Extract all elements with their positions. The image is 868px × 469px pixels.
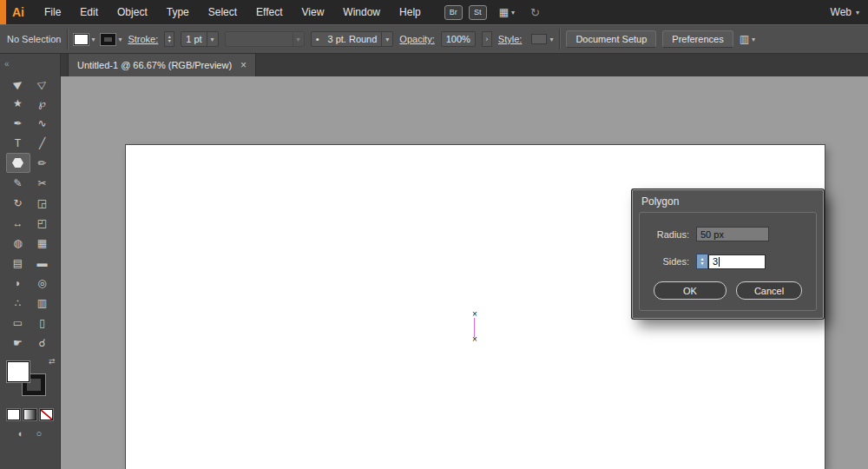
document-setup-button[interactable]: Document Setup [566, 30, 656, 48]
none-mode-button[interactable] [40, 409, 53, 420]
selection-tool[interactable]: ▶ [6, 73, 30, 93]
sides-stepper[interactable]: ▴ ▾ [696, 254, 708, 269]
polygon-dialog: Polygon Radius: Sides: ▴ ▾ 3 OK Cancel [632, 189, 824, 319]
collapse-icon: « [4, 59, 10, 69]
free-transform-tool[interactable]: ◰ [30, 213, 55, 233]
fill-proxy-swatch[interactable] [7, 361, 30, 382]
artboard-tool[interactable]: ▭ [6, 313, 30, 333]
ok-button[interactable]: OK [654, 281, 727, 300]
type-tool[interactable]: T [6, 133, 30, 153]
workspace-switcher[interactable]: Web ▾ [831, 6, 859, 18]
lasso-tool[interactable]: ℘ [30, 93, 55, 113]
hand-tool-icon: ☛ [13, 337, 23, 349]
style-select[interactable]: ▾ [528, 34, 553, 44]
fill-color-picker[interactable]: ▾ [74, 34, 95, 45]
menu-bar: Ai FileEditObjectTypeSelectEffectViewWin… [0, 0, 868, 24]
document-tab[interactable]: Untitled-1 @ 66.67% (RGB/Preview) × [68, 54, 256, 76]
menu-window[interactable]: Window [333, 0, 390, 24]
direct-selection-tool-icon: ▷ [36, 76, 49, 90]
pencil-tool[interactable]: ✎ [6, 173, 30, 193]
direct-selection-tool[interactable]: ▷ [30, 73, 55, 93]
slice-tool[interactable]: ▯ [30, 313, 55, 333]
eyedropper-tool[interactable]: ◗ [6, 273, 30, 293]
chevron-down-icon: ▾ [752, 36, 755, 43]
selection-status: No Selection [7, 34, 61, 44]
zoom-tool[interactable]: ☌ [30, 333, 55, 353]
stroke-weight-value: 1 pt [181, 34, 206, 44]
stroke-panel-link[interactable]: Stroke: [128, 34, 158, 44]
shape-builder-tool[interactable]: ◍ [6, 233, 30, 253]
scissors-tool[interactable]: ✂ [30, 173, 55, 193]
align-options-button[interactable]: ▥ ▾ [740, 33, 755, 45]
paintbrush-tool[interactable]: ✏ [30, 153, 55, 173]
close-icon[interactable]: × [240, 59, 247, 71]
opacity-panel-link[interactable]: Opacity: [399, 34, 434, 44]
stroke-weight-select[interactable]: 1 pt ▾ [181, 31, 218, 47]
stroke-color-picker[interactable]: ▾ [101, 34, 122, 45]
sides-input[interactable]: 3 [708, 254, 766, 269]
blend-tool[interactable]: ◎ [30, 273, 55, 293]
brush-bullet-icon: • [312, 34, 324, 44]
segment-end-anchor: × [470, 335, 480, 344]
menu-type[interactable]: Type [157, 0, 199, 24]
fill-swatch [74, 34, 89, 45]
bottom-tool-row: ◐ ○ [0, 428, 60, 439]
menu-help[interactable]: Help [390, 0, 431, 24]
brush-definition-select[interactable]: • 3 pt. Round ▾ [311, 31, 394, 47]
chevron-down-icon: ▾ [207, 32, 218, 46]
tools-panel-header[interactable]: « [0, 54, 60, 73]
menu-object[interactable]: Object [108, 0, 157, 24]
preferences-button[interactable]: Preferences [662, 30, 733, 48]
pen-tool[interactable]: ✒ [6, 113, 30, 133]
style-panel-link[interactable]: Style: [498, 34, 523, 44]
align-icon: ▥ [740, 33, 749, 45]
rotate-tool[interactable]: ↻ [6, 193, 30, 213]
magic-wand-tool-icon: ★ [13, 97, 23, 109]
opacity-submenu-button[interactable]: › [482, 31, 492, 47]
screen-mode-icon[interactable]: ○ [36, 428, 43, 439]
polygon-tool[interactable] [6, 153, 30, 173]
tools-panel: « ▶▷★℘✒∿T╱✏✎✂↻◲↔◰◍▦▤▬◗◎∴▥▭▯☛☌ ⇄ ◐ ○ [0, 54, 61, 469]
radius-input[interactable] [696, 227, 769, 241]
cancel-button[interactable]: Cancel [736, 281, 802, 300]
menu-effect[interactable]: Effect [247, 0, 292, 24]
opacity-value: 100% [442, 34, 475, 44]
blend-tool-icon: ◎ [37, 277, 46, 289]
symbol-sprayer-tool[interactable]: ∴ [6, 293, 30, 313]
gradient-tool[interactable]: ▬ [30, 253, 55, 273]
stroke-weight-stepper[interactable]: ▴ ▾ [164, 31, 174, 47]
drawing-modes-icon[interactable]: ◐ [18, 428, 24, 439]
selection-tool-icon: ▶ [11, 76, 25, 90]
free-transform-tool-icon: ◰ [37, 217, 47, 229]
style-swatch [531, 34, 547, 44]
menu-edit[interactable]: Edit [70, 0, 108, 24]
graph-tool[interactable]: ▥ [30, 293, 55, 313]
menu-view[interactable]: View [293, 0, 334, 24]
menu-select[interactable]: Select [199, 0, 247, 24]
stock-button[interactable]: St [469, 5, 487, 20]
type-tool-icon: T [15, 137, 21, 149]
eyedropper-tool-icon: ◗ [15, 277, 21, 289]
separator [67, 29, 68, 50]
opacity-select[interactable]: 100% [441, 31, 476, 47]
arrange-documents-button[interactable]: ▦ ▾ [499, 6, 515, 18]
menu-file[interactable]: File [35, 0, 70, 24]
curvature-tool[interactable]: ∿ [30, 113, 55, 133]
perspective-grid-tool[interactable]: ▦ [30, 233, 55, 253]
stroke-swatch [101, 34, 115, 45]
paintbrush-tool-icon: ✏ [37, 157, 46, 169]
mesh-tool[interactable]: ▤ [6, 253, 30, 273]
chevron-down-icon: ▾ [856, 9, 859, 17]
submenu-arrow-icon: › [485, 35, 488, 43]
sides-value: 3 [713, 256, 718, 267]
illustrator-logo: Ai [12, 5, 24, 19]
width-tool[interactable]: ↔ [6, 213, 30, 233]
scale-tool[interactable]: ◲ [30, 193, 55, 213]
magic-wand-tool[interactable]: ★ [6, 93, 30, 113]
color-mode-button[interactable] [7, 409, 20, 420]
bridge-button[interactable]: Br [444, 5, 463, 20]
swap-fill-stroke-icon[interactable]: ⇄ [49, 357, 56, 366]
hand-tool[interactable]: ☛ [6, 333, 30, 353]
line-segment-tool[interactable]: ╱ [30, 133, 55, 153]
gradient-mode-button[interactable] [23, 409, 36, 420]
